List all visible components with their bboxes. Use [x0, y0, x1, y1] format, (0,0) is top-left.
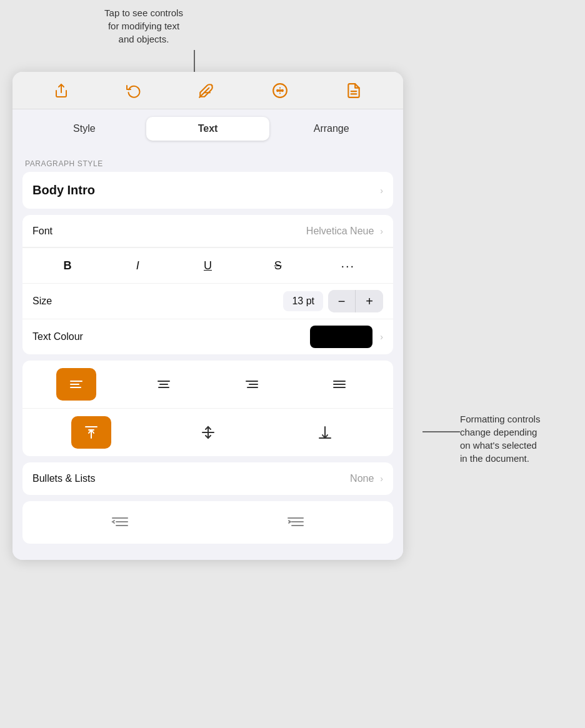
- bullets-row[interactable]: Bullets & Lists None ›: [22, 462, 393, 495]
- callout-top-text: Tap to see controls for modifying text a…: [75, 6, 212, 46]
- tab-bar: Style Text Arrange: [12, 109, 403, 148]
- align-row: [22, 361, 393, 408]
- valign-top-button[interactable]: [71, 416, 111, 449]
- callout-right-line: [422, 431, 460, 432]
- size-increment-button[interactable]: +: [356, 290, 383, 312]
- paragraph-style-value: Body Intro: [32, 183, 95, 197]
- indent-decrease-button[interactable]: [95, 510, 145, 535]
- bold-button[interactable]: B: [54, 254, 81, 277]
- paragraph-style-chevron: ›: [380, 186, 383, 196]
- paintbrush-icon[interactable]: [198, 82, 214, 99]
- bullets-label: Bullets & Lists: [32, 473, 108, 484]
- share-icon[interactable]: [54, 83, 69, 98]
- text-colour-row[interactable]: Text Colour ›: [22, 319, 393, 354]
- format-panel: Style Text Arrange PARAGRAPH STYLE Body …: [12, 72, 403, 560]
- font-row[interactable]: Font Helvetica Neue ›: [22, 215, 393, 247]
- indent-card: [22, 501, 393, 544]
- size-label: Size: [32, 296, 283, 307]
- valign-bottom-button[interactable]: [305, 416, 345, 449]
- underline-button[interactable]: U: [194, 254, 221, 277]
- valign-row: [22, 408, 393, 456]
- indent-increase-button[interactable]: [271, 510, 321, 535]
- align-left-button[interactable]: [56, 368, 96, 401]
- size-row: Size 13 pt − +: [22, 283, 393, 319]
- font-label: Font: [32, 226, 108, 237]
- align-center-button[interactable]: [144, 368, 184, 401]
- tab-style[interactable]: Style: [22, 117, 146, 141]
- text-colour-swatch[interactable]: [310, 326, 372, 348]
- valign-middle-button[interactable]: [188, 416, 228, 449]
- text-colour-chevron: ›: [380, 332, 383, 342]
- align-right-button[interactable]: [232, 368, 272, 401]
- align-justify-button[interactable]: [319, 368, 359, 401]
- callout-right-text: Formatting controls change depending on …: [460, 412, 579, 465]
- callout-top-arrow: [194, 50, 195, 75]
- svg-point-8: [279, 89, 281, 91]
- svg-point-7: [277, 89, 278, 91]
- italic-button[interactable]: I: [124, 254, 151, 277]
- undo-icon[interactable]: [126, 83, 141, 98]
- bullets-chevron: ›: [380, 474, 383, 484]
- size-controls: − +: [328, 290, 383, 312]
- size-decrement-button[interactable]: −: [328, 290, 356, 312]
- svg-point-9: [282, 89, 283, 91]
- content-area: PARAGRAPH STYLE Body Intro › Font Helvet…: [12, 148, 403, 560]
- bullets-card: Bullets & Lists None ›: [22, 462, 393, 495]
- alignment-card: [22, 361, 393, 456]
- paragraph-style-card: Body Intro ›: [22, 172, 393, 209]
- tab-text[interactable]: Text: [146, 117, 270, 141]
- document-icon[interactable]: [346, 82, 362, 99]
- tab-arrange[interactable]: Arrange: [269, 117, 393, 141]
- size-value: 13 pt: [283, 291, 323, 311]
- paragraph-style-section-label: PARAGRAPH STYLE: [22, 153, 393, 172]
- toolbar: [12, 72, 403, 109]
- font-style-row: B I U S ···: [22, 247, 393, 283]
- paragraph-style-row[interactable]: Body Intro ›: [22, 172, 393, 209]
- font-chevron: ›: [380, 226, 383, 236]
- bullets-value: None: [108, 473, 378, 484]
- more-icon[interactable]: [272, 82, 288, 99]
- font-value: Helvetica Neue: [108, 226, 378, 237]
- indent-row: [22, 501, 393, 544]
- strikethrough-button[interactable]: S: [264, 254, 292, 277]
- more-text-options-button[interactable]: ···: [334, 254, 362, 277]
- text-colour-label: Text Colour: [32, 331, 310, 342]
- font-card: Font Helvetica Neue › B I U S ··· Size 1…: [22, 215, 393, 354]
